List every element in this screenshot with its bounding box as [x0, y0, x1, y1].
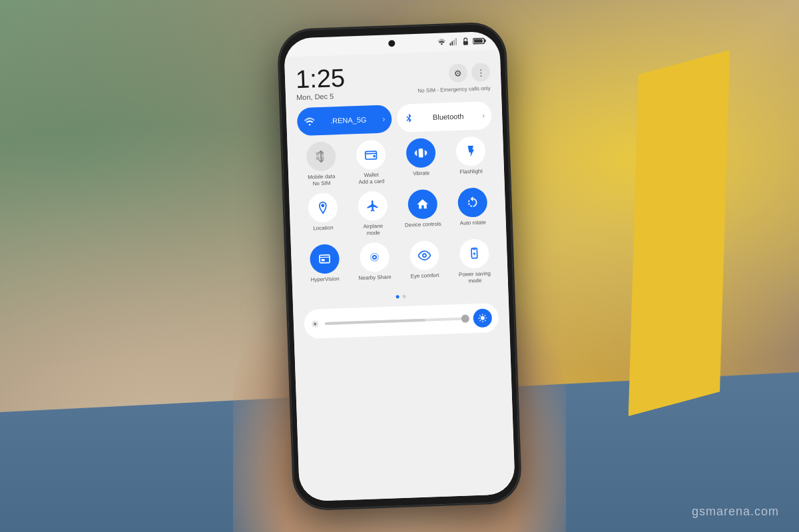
device-controls-action[interactable]: Device controls: [400, 188, 445, 234]
page-dots: [304, 291, 498, 301]
wallet-label: WalletAdd a card: [358, 171, 384, 185]
eye-comfort-icon: [417, 248, 431, 262]
device-controls-icon-wrap: [407, 189, 438, 220]
device-controls-icon: [415, 197, 429, 211]
vibrate-icon-wrap: [405, 138, 436, 168]
svg-rect-11: [418, 148, 423, 158]
wifi-status-icon: [437, 37, 446, 47]
mobile-data-icon-wrap: [306, 141, 336, 172]
phone-screen: 1:25 Mon, Dec 5 ⚙ ⋮ No SIM - Emergency c…: [284, 31, 515, 501]
flashlight-action[interactable]: Flashlight: [447, 136, 493, 182]
power-saving-action[interactable]: Power savingmode: [451, 238, 497, 284]
time-display: 1:25: [295, 65, 345, 92]
wallet-icon: [364, 148, 378, 162]
auto-rotate-action[interactable]: Auto rotate: [449, 187, 495, 233]
svg-rect-14: [321, 259, 324, 262]
wifi-chevron: ›: [382, 114, 385, 123]
svg-rect-6: [485, 39, 486, 42]
brightness-track[interactable]: [325, 317, 468, 325]
bluetooth-toggle-icon: [403, 113, 415, 124]
svg-point-17: [422, 254, 425, 257]
header-controls: ⚙ ⋮: [448, 63, 490, 83]
nearby-share-action[interactable]: Nearby Share: [352, 242, 398, 288]
status-icons: [437, 36, 486, 47]
toggle-row: .RENA_5G › Bluetooth ›: [297, 101, 492, 136]
brightness-fill: [325, 318, 425, 324]
auto-rotate-label: Auto rotate: [460, 219, 486, 226]
svg-rect-0: [449, 43, 451, 45]
wallet-icon-wrap: [356, 139, 386, 170]
location-icon: [316, 200, 330, 214]
brightness-button[interactable]: [473, 308, 492, 327]
hypervision-action[interactable]: HyperVision: [302, 244, 348, 290]
flashlight-label: Flashlight: [459, 168, 483, 175]
svg-rect-7: [474, 39, 483, 42]
time-section: 1:25 Mon, Dec 5: [295, 65, 346, 101]
battery-status-icon: [473, 37, 486, 45]
page-dot-1: [396, 294, 399, 298]
wallet-action[interactable]: WalletAdd a card: [348, 139, 394, 185]
wifi-label: .RENA_5G: [318, 115, 378, 125]
location-action[interactable]: Location: [300, 192, 346, 238]
wifi-toggle-icon: [304, 116, 315, 127]
location-icon-wrap: [308, 192, 338, 223]
svg-rect-13: [319, 255, 329, 263]
actions-grid-row2: Location Airplanemode: [300, 187, 495, 238]
airplane-label: Airplanemode: [364, 223, 384, 236]
more-menu-button[interactable]: ⋮: [471, 63, 490, 82]
svg-point-16: [370, 253, 378, 261]
svg-rect-3: [455, 37, 457, 45]
vibrate-icon: [413, 146, 427, 160]
svg-rect-2: [453, 39, 455, 45]
header-row: 1:25 Mon, Dec 5 ⚙ ⋮ No SIM - Emergency c…: [295, 60, 491, 101]
signal-status-icon: [449, 37, 458, 46]
actions-grid-row3: HyperVision Nearby Share: [302, 238, 497, 290]
vibrate-label: Vibrate: [413, 170, 430, 176]
flashlight-icon-wrap: [455, 136, 486, 166]
date-display: Mon, Dec 5: [296, 91, 346, 101]
brightness-low-icon: ☀: [311, 318, 320, 328]
eye-comfort-action[interactable]: Eye comfort: [401, 240, 447, 286]
vibrate-action[interactable]: Vibrate: [398, 137, 443, 183]
eye-comfort-icon-wrap: [409, 240, 439, 271]
mobile-data-icon: [314, 149, 328, 163]
power-saving-icon-wrap: [459, 238, 489, 269]
svg-point-8: [309, 123, 311, 125]
airplane-icon: [366, 199, 380, 213]
nearby-share-icon-wrap: [359, 242, 390, 272]
flashlight-icon: [463, 144, 477, 158]
mobile-data-action[interactable]: Mobile dataNo SIM: [298, 140, 344, 186]
page-dot-2: [402, 294, 405, 298]
svg-rect-9: [365, 151, 376, 159]
settings-button[interactable]: ⚙: [448, 63, 467, 83]
phone-container: 1:25 Mon, Dec 5 ⚙ ⋮ No SIM - Emergency c…: [278, 23, 521, 509]
phone-frame: 1:25 Mon, Dec 5 ⚙ ⋮ No SIM - Emergency c…: [278, 23, 521, 509]
bluetooth-chevron: ›: [482, 111, 485, 120]
lock-status-icon: [461, 37, 470, 46]
quick-settings-panel: 1:25 Mon, Dec 5 ⚙ ⋮ No SIM - Emergency c…: [284, 49, 515, 501]
hypervision-icon: [318, 252, 332, 266]
power-saving-icon: [467, 247, 481, 261]
wifi-toggle-button[interactable]: .RENA_5G ›: [297, 105, 392, 136]
hypervision-label: HyperVision: [310, 276, 339, 283]
power-saving-label: Power savingmode: [459, 270, 491, 284]
svg-point-19: [481, 316, 485, 320]
eye-comfort-label: Eye comfort: [411, 272, 439, 280]
svg-rect-4: [463, 41, 468, 45]
sim-info: No SIM - Emergency calls only: [417, 85, 491, 94]
camera-notch: [388, 40, 395, 47]
svg-rect-1: [451, 41, 453, 45]
bluetooth-toggle-button[interactable]: Bluetooth ›: [397, 101, 492, 133]
nearby-share-icon: [368, 250, 382, 264]
airplane-action[interactable]: Airplanemode: [350, 190, 396, 236]
hypervision-icon-wrap: [309, 244, 340, 274]
brightness-high-icon: [478, 313, 487, 322]
mobile-data-label: Mobile dataNo SIM: [308, 173, 336, 187]
auto-rotate-icon: [465, 195, 479, 209]
nearby-share-label: Nearby Share: [358, 274, 392, 281]
device-controls-label: Device controls: [405, 220, 441, 228]
location-label: Location: [313, 224, 334, 232]
bluetooth-label: Bluetooth: [418, 111, 478, 121]
brightness-row: ☀: [304, 302, 499, 338]
auto-rotate-icon-wrap: [457, 187, 487, 218]
